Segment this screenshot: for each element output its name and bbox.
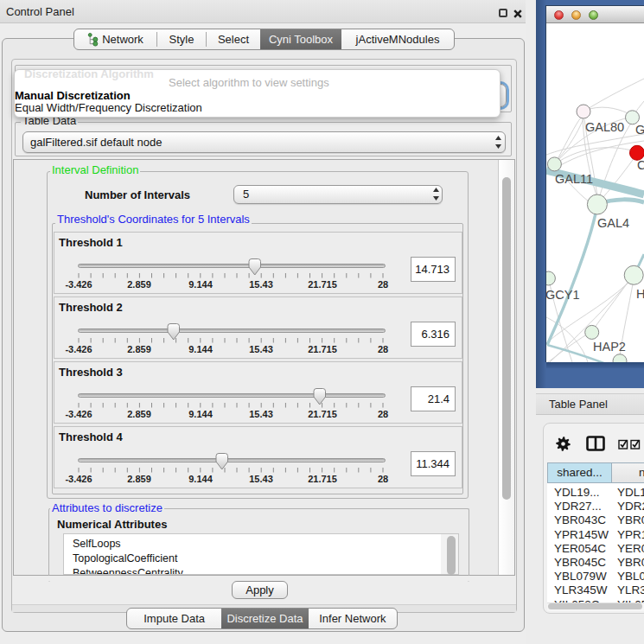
svg-text:GAL4: GAL4 bbox=[597, 216, 629, 230]
svg-text:GAL80: GAL80 bbox=[585, 120, 624, 134]
svg-text:CR: CR bbox=[637, 158, 644, 172]
svg-text:GAL11: GAL11 bbox=[555, 172, 593, 186]
svg-text:GA: GA bbox=[635, 123, 644, 137]
svg-text:GCY1: GCY1 bbox=[546, 288, 580, 302]
svg-text:HI: HI bbox=[636, 287, 644, 301]
svg-text:HAP2: HAP2 bbox=[593, 340, 626, 354]
